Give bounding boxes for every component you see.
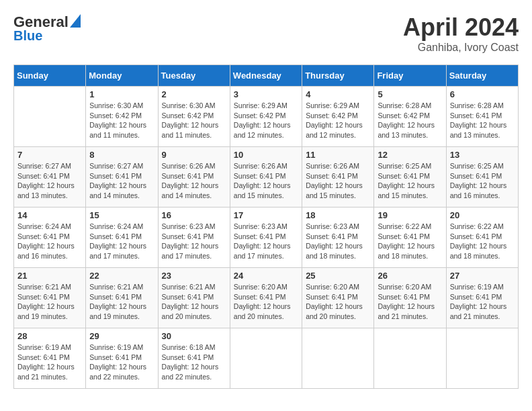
day-number: 29 bbox=[89, 331, 154, 341]
day-info: Sunrise: 6:26 AMSunset: 6:41 PMDaylight:… bbox=[162, 161, 226, 201]
day-info: Sunrise: 6:29 AMSunset: 6:42 PMDaylight:… bbox=[306, 101, 370, 140]
day-number: 15 bbox=[89, 210, 154, 220]
day-info: Sunrise: 6:20 AMSunset: 6:41 PMDaylight:… bbox=[378, 282, 442, 322]
calendar-cell: 12Sunrise: 6:25 AMSunset: 6:41 PMDayligh… bbox=[374, 147, 446, 208]
calendar-cell: 27Sunrise: 6:19 AMSunset: 6:41 PMDayligh… bbox=[446, 268, 518, 328]
title-area: April 2024 Ganhiba, Ivory Coast bbox=[403, 13, 519, 54]
day-number: 19 bbox=[378, 210, 442, 220]
day-number: 1 bbox=[89, 89, 154, 99]
weekday-header-thursday: Thursday bbox=[302, 65, 374, 87]
day-info: Sunrise: 6:28 AMSunset: 6:41 PMDaylight:… bbox=[450, 101, 515, 140]
day-number: 2 bbox=[162, 89, 226, 99]
day-number: 3 bbox=[234, 89, 298, 99]
calendar-cell bbox=[302, 328, 374, 389]
day-number: 17 bbox=[234, 210, 298, 220]
location-title: Ganhiba, Ivory Coast bbox=[403, 42, 519, 54]
calendar-cell: 13Sunrise: 6:25 AMSunset: 6:41 PMDayligh… bbox=[446, 147, 518, 208]
day-number: 5 bbox=[378, 89, 442, 99]
calendar-cell: 5Sunrise: 6:28 AMSunset: 6:42 PMDaylight… bbox=[374, 87, 446, 147]
day-info: Sunrise: 6:26 AMSunset: 6:41 PMDaylight:… bbox=[234, 161, 298, 201]
day-number: 10 bbox=[234, 150, 298, 160]
calendar-cell: 18Sunrise: 6:23 AMSunset: 6:41 PMDayligh… bbox=[302, 208, 374, 268]
day-info: Sunrise: 6:19 AMSunset: 6:41 PMDaylight:… bbox=[17, 342, 82, 382]
day-number: 14 bbox=[17, 210, 82, 220]
calendar-cell: 28Sunrise: 6:19 AMSunset: 6:41 PMDayligh… bbox=[14, 328, 86, 389]
day-info: Sunrise: 6:21 AMSunset: 6:41 PMDaylight:… bbox=[162, 282, 226, 322]
week-row-4: 28Sunrise: 6:19 AMSunset: 6:41 PMDayligh… bbox=[14, 328, 519, 389]
calendar-cell: 30Sunrise: 6:18 AMSunset: 6:41 PMDayligh… bbox=[158, 328, 230, 389]
day-number: 9 bbox=[162, 150, 226, 160]
day-info: Sunrise: 6:23 AMSunset: 6:41 PMDaylight:… bbox=[162, 222, 226, 261]
calendar-cell bbox=[230, 328, 302, 389]
day-info: Sunrise: 6:25 AMSunset: 6:41 PMDaylight:… bbox=[450, 161, 515, 201]
day-number: 22 bbox=[89, 271, 154, 281]
calendar-body: 1Sunrise: 6:30 AMSunset: 6:42 PMDaylight… bbox=[14, 87, 519, 389]
week-row-0: 1Sunrise: 6:30 AMSunset: 6:42 PMDaylight… bbox=[14, 87, 519, 147]
weekday-header-monday: Monday bbox=[86, 65, 158, 87]
day-info: Sunrise: 6:30 AMSunset: 6:42 PMDaylight:… bbox=[162, 101, 226, 140]
calendar-cell: 9Sunrise: 6:26 AMSunset: 6:41 PMDaylight… bbox=[158, 147, 230, 208]
day-info: Sunrise: 6:28 AMSunset: 6:42 PMDaylight:… bbox=[378, 101, 442, 140]
day-info: Sunrise: 6:20 AMSunset: 6:41 PMDaylight:… bbox=[306, 282, 370, 322]
day-info: Sunrise: 6:27 AMSunset: 6:41 PMDaylight:… bbox=[17, 161, 82, 201]
calendar-cell: 15Sunrise: 6:24 AMSunset: 6:41 PMDayligh… bbox=[86, 208, 158, 268]
day-info: Sunrise: 6:29 AMSunset: 6:42 PMDaylight:… bbox=[234, 101, 298, 140]
day-info: Sunrise: 6:30 AMSunset: 6:42 PMDaylight:… bbox=[89, 101, 154, 140]
weekday-header-saturday: Saturday bbox=[446, 65, 518, 87]
calendar-cell: 26Sunrise: 6:20 AMSunset: 6:41 PMDayligh… bbox=[374, 268, 446, 328]
calendar-cell: 21Sunrise: 6:21 AMSunset: 6:41 PMDayligh… bbox=[14, 268, 86, 328]
day-number: 12 bbox=[378, 150, 442, 160]
day-number: 7 bbox=[17, 150, 82, 160]
calendar-cell: 1Sunrise: 6:30 AMSunset: 6:42 PMDaylight… bbox=[86, 87, 158, 147]
calendar-cell bbox=[14, 87, 86, 147]
day-info: Sunrise: 6:21 AMSunset: 6:41 PMDaylight:… bbox=[17, 282, 82, 322]
day-info: Sunrise: 6:26 AMSunset: 6:41 PMDaylight:… bbox=[306, 161, 370, 201]
calendar-cell: 11Sunrise: 6:26 AMSunset: 6:41 PMDayligh… bbox=[302, 147, 374, 208]
day-info: Sunrise: 6:23 AMSunset: 6:41 PMDaylight:… bbox=[234, 222, 298, 261]
day-info: Sunrise: 6:19 AMSunset: 6:41 PMDaylight:… bbox=[450, 282, 515, 322]
day-info: Sunrise: 6:24 AMSunset: 6:41 PMDaylight:… bbox=[17, 222, 82, 261]
day-info: Sunrise: 6:22 AMSunset: 6:41 PMDaylight:… bbox=[450, 222, 515, 261]
calendar-cell: 14Sunrise: 6:24 AMSunset: 6:41 PMDayligh… bbox=[14, 208, 86, 268]
calendar-cell: 16Sunrise: 6:23 AMSunset: 6:41 PMDayligh… bbox=[158, 208, 230, 268]
calendar-cell: 10Sunrise: 6:26 AMSunset: 6:41 PMDayligh… bbox=[230, 147, 302, 208]
calendar-cell: 23Sunrise: 6:21 AMSunset: 6:41 PMDayligh… bbox=[158, 268, 230, 328]
day-number: 18 bbox=[306, 210, 370, 220]
weekday-header-sunday: Sunday bbox=[14, 65, 86, 87]
day-number: 24 bbox=[234, 271, 298, 281]
day-number: 23 bbox=[162, 271, 226, 281]
day-number: 30 bbox=[162, 331, 226, 341]
day-number: 25 bbox=[306, 271, 370, 281]
week-row-2: 14Sunrise: 6:24 AMSunset: 6:41 PMDayligh… bbox=[14, 208, 519, 268]
day-info: Sunrise: 6:20 AMSunset: 6:41 PMDaylight:… bbox=[234, 282, 298, 322]
calendar-cell bbox=[374, 328, 446, 389]
day-info: Sunrise: 6:21 AMSunset: 6:41 PMDaylight:… bbox=[89, 282, 154, 322]
calendar-header: SundayMondayTuesdayWednesdayThursdayFrid… bbox=[14, 65, 519, 87]
week-row-1: 7Sunrise: 6:27 AMSunset: 6:41 PMDaylight… bbox=[14, 147, 519, 208]
day-number: 16 bbox=[162, 210, 226, 220]
day-number: 21 bbox=[17, 271, 82, 281]
day-number: 4 bbox=[306, 89, 370, 99]
weekday-header-friday: Friday bbox=[374, 65, 446, 87]
calendar-cell: 3Sunrise: 6:29 AMSunset: 6:42 PMDaylight… bbox=[230, 87, 302, 147]
day-number: 28 bbox=[17, 331, 82, 341]
day-info: Sunrise: 6:18 AMSunset: 6:41 PMDaylight:… bbox=[162, 342, 226, 382]
weekday-header-tuesday: Tuesday bbox=[158, 65, 230, 87]
day-number: 13 bbox=[450, 150, 515, 160]
calendar-cell bbox=[446, 328, 518, 389]
day-number: 6 bbox=[450, 89, 515, 99]
day-number: 27 bbox=[450, 271, 515, 281]
day-info: Sunrise: 6:22 AMSunset: 6:41 PMDaylight:… bbox=[378, 222, 442, 261]
calendar-cell: 4Sunrise: 6:29 AMSunset: 6:42 PMDaylight… bbox=[302, 87, 374, 147]
calendar-cell: 6Sunrise: 6:28 AMSunset: 6:41 PMDaylight… bbox=[446, 87, 518, 147]
logo-triangle-icon bbox=[70, 14, 81, 30]
weekday-row: SundayMondayTuesdayWednesdayThursdayFrid… bbox=[14, 65, 519, 87]
week-row-3: 21Sunrise: 6:21 AMSunset: 6:41 PMDayligh… bbox=[14, 268, 519, 328]
calendar-cell: 25Sunrise: 6:20 AMSunset: 6:41 PMDayligh… bbox=[302, 268, 374, 328]
calendar-cell: 2Sunrise: 6:30 AMSunset: 6:42 PMDaylight… bbox=[158, 87, 230, 147]
day-number: 8 bbox=[89, 150, 154, 160]
day-info: Sunrise: 6:19 AMSunset: 6:41 PMDaylight:… bbox=[89, 342, 154, 382]
month-title: April 2024 bbox=[403, 13, 519, 42]
calendar-cell: 29Sunrise: 6:19 AMSunset: 6:41 PMDayligh… bbox=[86, 328, 158, 389]
day-number: 20 bbox=[450, 210, 515, 220]
